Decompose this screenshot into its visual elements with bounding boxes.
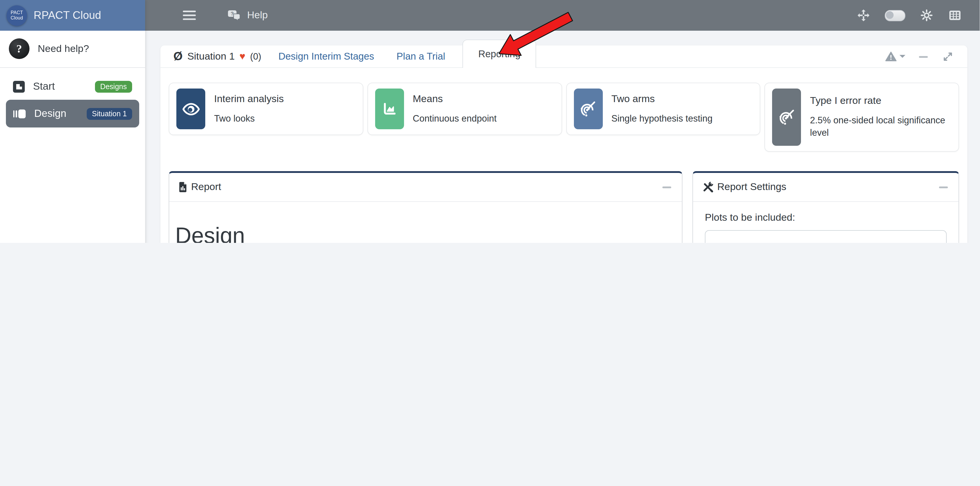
sidebar-divider bbox=[0, 67, 145, 68]
favorite-heart-icon[interactable]: ♥ bbox=[239, 51, 245, 62]
summary-card-interim-analysis: Interim analysis Two looks bbox=[169, 83, 363, 135]
need-help-label: Need help? bbox=[38, 43, 89, 54]
sidebar-header: PACT Cloud RPACT Cloud bbox=[0, 0, 145, 31]
sidebar-item-start[interactable]: Start Designs bbox=[6, 75, 139, 97]
expand-diagonal-icon[interactable] bbox=[941, 50, 955, 63]
empty-set-icon: Ø bbox=[173, 49, 183, 63]
report-settings-header: Report Settings bbox=[693, 173, 958, 202]
tab-design-interim-stages[interactable]: Design Interim Stages bbox=[278, 51, 374, 62]
situation-tab-label: Situation 1 bbox=[187, 51, 235, 62]
tab-reporting[interactable]: Reporting bbox=[463, 40, 536, 68]
minus-icon bbox=[919, 56, 928, 57]
area-chart-icon bbox=[375, 89, 404, 129]
main-area: Ø Situation 1 ♥ (0) Design Interim Stage… bbox=[145, 31, 980, 243]
summary-card-subtitle: Two looks bbox=[214, 112, 284, 125]
topbar: ? Help bbox=[145, 0, 980, 31]
tools-icon bbox=[703, 182, 713, 193]
report-settings-body: Plots to be included: bbox=[693, 202, 958, 243]
warnings-dropdown[interactable] bbox=[885, 51, 905, 61]
rpact-logo-icon: PACT Cloud bbox=[6, 5, 27, 25]
tab-actions bbox=[885, 50, 967, 63]
tab-plan-a-trial[interactable]: Plan a Trial bbox=[397, 51, 445, 62]
report-body: Design getDesignInverseNormal(kMax = 2) … bbox=[169, 202, 682, 243]
report-panel-title: Report bbox=[191, 181, 221, 193]
collapse-main-button[interactable] bbox=[918, 54, 929, 59]
summary-card-means: Means Continuous endpoint bbox=[368, 83, 562, 135]
tab-situation[interactable]: Ø Situation 1 ♥ (0) bbox=[167, 49, 267, 63]
main-card-body: Interim analysis Two looks Means Continu… bbox=[161, 68, 967, 243]
summary-card-two-arms: Two arms Single hypothesis testing bbox=[566, 83, 760, 135]
need-help-link[interactable]: ? Need help? bbox=[0, 31, 145, 66]
grid-apps-icon[interactable] bbox=[948, 9, 962, 22]
main-card: Ø Situation 1 ♥ (0) Design Interim Stage… bbox=[161, 45, 967, 243]
plots-to-include-input[interactable] bbox=[705, 230, 947, 243]
summary-card-type1-error: Type I error rate 2.5% one-sided local s… bbox=[765, 83, 959, 152]
bullseye-arrow-icon bbox=[772, 89, 801, 146]
sidebar-item-design[interactable]: Design Situation 1 bbox=[6, 100, 139, 127]
summary-card-subtitle: Continuous endpoint bbox=[413, 112, 496, 125]
report-file-icon bbox=[179, 182, 187, 193]
situation-badge: Situation 1 bbox=[87, 108, 132, 120]
sidebar-item-label: Design bbox=[34, 107, 78, 120]
help-menu[interactable]: ? Help bbox=[228, 10, 268, 21]
content-row: Report Design getDesignInverseNormal(kMa… bbox=[169, 171, 959, 243]
report-settings-title: Report Settings bbox=[717, 181, 786, 193]
help-chat-icon: ? bbox=[228, 10, 242, 21]
eye-icon bbox=[177, 89, 205, 129]
collapse-settings-button[interactable] bbox=[938, 185, 949, 190]
logo-text-bottom: Cloud bbox=[11, 15, 23, 21]
question-mark-icon: ? bbox=[9, 38, 30, 59]
summary-card-title: Type I error rate bbox=[810, 95, 952, 107]
dark-mode-toggle[interactable] bbox=[885, 10, 905, 21]
report-panel-header: Report bbox=[169, 173, 682, 202]
report-heading: Design bbox=[175, 223, 672, 243]
design-columns-icon bbox=[13, 108, 26, 119]
logo-text-top: PACT bbox=[11, 10, 23, 15]
summary-card-title: Two arms bbox=[611, 93, 713, 105]
minus-icon bbox=[939, 186, 948, 188]
fullscreen-arrows-icon[interactable] bbox=[856, 8, 870, 22]
summary-card-title: Interim analysis bbox=[214, 93, 284, 105]
sidebar: PACT Cloud RPACT Cloud ? Need help? Star… bbox=[0, 0, 145, 243]
chevron-down-icon bbox=[899, 55, 905, 58]
summary-card-title: Means bbox=[413, 93, 496, 105]
warning-triangle-icon bbox=[885, 51, 897, 61]
favorite-count: (0) bbox=[250, 51, 261, 62]
summary-card-subtitle: Single hypothesis testing bbox=[611, 112, 713, 125]
report-settings-panel: Report Settings Plots to be included: bbox=[692, 171, 959, 243]
hamburger-menu-icon[interactable] bbox=[182, 10, 197, 21]
app-viewport: PACT Cloud RPACT Cloud ? Need help? Star… bbox=[0, 0, 980, 243]
start-icon bbox=[13, 81, 25, 92]
tab-bar: Ø Situation 1 ♥ (0) Design Interim Stage… bbox=[161, 45, 967, 68]
app-title: RPACT Cloud bbox=[33, 9, 101, 22]
summary-card-subtitle: 2.5% one-sided local significance level bbox=[810, 115, 952, 139]
minus-icon bbox=[662, 186, 671, 188]
summary-cards-row: Interim analysis Two looks Means Continu… bbox=[169, 83, 959, 152]
toggle-knob bbox=[886, 11, 894, 19]
report-panel: Report Design getDesignInverseNormal(kMa… bbox=[169, 171, 682, 243]
help-label: Help bbox=[247, 10, 268, 21]
topbar-right bbox=[856, 8, 980, 22]
svg-text:?: ? bbox=[231, 11, 234, 16]
collapse-report-button[interactable] bbox=[661, 185, 672, 190]
bullseye-arrow-icon bbox=[574, 89, 603, 129]
designs-badge: Designs bbox=[95, 81, 132, 92]
sidebar-item-label: Start bbox=[33, 80, 87, 92]
right-column: Report Settings Plots to be included: bbox=[692, 171, 959, 243]
settings-sun-icon[interactable] bbox=[920, 8, 934, 22]
topbar-left: ? Help bbox=[145, 10, 268, 21]
plots-to-include-label: Plots to be included: bbox=[705, 212, 947, 224]
